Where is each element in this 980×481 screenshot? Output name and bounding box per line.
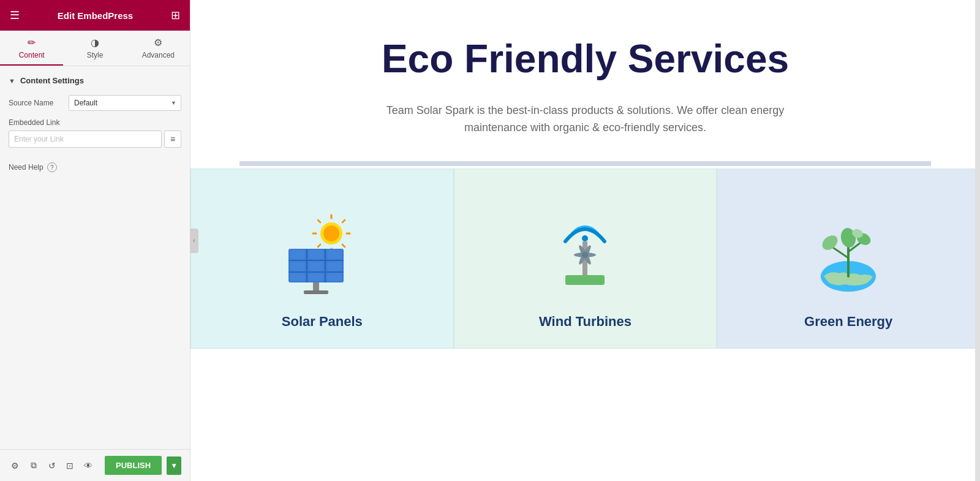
- svg-rect-18: [290, 262, 305, 271]
- preview-title: Eco Friendly Services: [239, 37, 931, 82]
- preview-divider: [239, 161, 931, 166]
- tab-content[interactable]: ✏ Content: [0, 31, 63, 66]
- svg-rect-20: [327, 262, 342, 271]
- style-tab-label: Style: [87, 51, 104, 59]
- panel-title: Edit EmbedPress: [58, 10, 133, 21]
- link-input-row: ≡: [9, 131, 181, 148]
- embedded-link-section: Embedded Link ≡: [0, 116, 190, 153]
- panel-header: ☰ Edit EmbedPress ⊞: [0, 0, 190, 31]
- wind-turbines-title: Wind Turbines: [539, 314, 631, 330]
- wind-turbine-illustration: [536, 206, 634, 304]
- source-name-field-row: Source Name Default Custom: [0, 93, 190, 116]
- right-panel: Eco Friendly Services Team Solar Spark i…: [190, 0, 980, 481]
- svg-point-26: [582, 235, 588, 241]
- embedded-link-input[interactable]: [9, 131, 162, 148]
- cards-grid: Solar Panels: [190, 169, 980, 349]
- svg-line-7: [342, 244, 345, 247]
- svg-rect-17: [327, 250, 342, 259]
- panel-content: ▼ Content Settings Source Name Default C…: [0, 66, 190, 449]
- link-menu-button[interactable]: ≡: [164, 131, 181, 148]
- collapse-handle[interactable]: ‹: [190, 229, 198, 253]
- publish-dropdown-button[interactable]: ▼: [167, 456, 181, 475]
- tab-advanced[interactable]: ⚙ Advanced: [127, 31, 190, 66]
- svg-line-36: [833, 248, 848, 258]
- content-settings-section[interactable]: ▼ Content Settings: [0, 66, 190, 93]
- card-wind-turbines: Wind Turbines: [454, 169, 717, 349]
- wind-turbine-svg: [542, 212, 628, 298]
- svg-line-6: [318, 220, 320, 222]
- svg-rect-23: [327, 273, 342, 281]
- preview-content: Eco Friendly Services Team Solar Spark i…: [190, 0, 980, 373]
- hamburger-icon[interactable]: ☰: [10, 9, 20, 22]
- layout-icon[interactable]: ⊡: [63, 457, 77, 474]
- help-circle-icon: ?: [47, 162, 57, 172]
- card-solar-panels: Solar Panels: [190, 169, 454, 349]
- svg-rect-16: [309, 250, 323, 259]
- svg-rect-22: [309, 273, 323, 281]
- need-help-label: Need Help: [9, 163, 43, 172]
- right-resize-handle[interactable]: [975, 0, 980, 481]
- green-energy-title: Green Energy: [804, 314, 892, 330]
- source-name-label: Source Name: [9, 99, 64, 107]
- source-name-select-wrapper: Default Custom: [69, 95, 181, 111]
- solar-panel-illustration: [273, 206, 371, 304]
- svg-point-1: [323, 225, 339, 241]
- solar-panels-title: Solar Panels: [282, 314, 363, 330]
- svg-rect-25: [304, 290, 328, 294]
- grid-icon[interactable]: ⊞: [171, 9, 180, 22]
- eye-icon[interactable]: 👁: [81, 457, 95, 474]
- svg-rect-15: [290, 250, 305, 259]
- panel-footer: ⚙ ⧉ ↺ ⊡ 👁 PUBLISH ▼: [0, 449, 190, 481]
- advanced-tab-icon: ⚙: [154, 37, 162, 48]
- svg-line-8: [342, 220, 345, 222]
- green-energy-svg: [805, 212, 891, 298]
- layers-icon[interactable]: ⧉: [27, 457, 40, 474]
- embedded-link-label: Embedded Link: [9, 118, 181, 127]
- source-name-select[interactable]: Default Custom: [69, 95, 181, 111]
- history-icon[interactable]: ↺: [45, 457, 59, 474]
- svg-rect-19: [309, 262, 323, 271]
- svg-rect-28: [565, 275, 605, 285]
- style-tab-icon: ◑: [91, 37, 99, 48]
- section-title: Content Settings: [20, 76, 84, 85]
- card-green-energy: Green Energy: [717, 169, 980, 349]
- preview-subtitle: Team Solar Spark is the best-in-class pr…: [371, 102, 800, 137]
- left-panel: ☰ Edit EmbedPress ⊞ ✏ Content ◑ Style ⚙ …: [0, 0, 190, 481]
- svg-rect-24: [313, 282, 319, 292]
- publish-button[interactable]: PUBLISH: [105, 456, 162, 475]
- content-tab-icon: ✏: [28, 37, 36, 48]
- svg-rect-21: [290, 273, 305, 281]
- svg-line-9: [318, 244, 320, 247]
- content-tab-label: Content: [19, 51, 45, 59]
- svg-point-32: [582, 252, 588, 258]
- tab-bar: ✏ Content ◑ Style ⚙ Advanced: [0, 31, 190, 66]
- green-energy-illustration: [799, 206, 897, 304]
- tab-style[interactable]: ◑ Style: [63, 31, 126, 66]
- need-help-link[interactable]: Need Help ?: [0, 153, 190, 182]
- advanced-tab-label: Advanced: [142, 51, 175, 59]
- settings-icon[interactable]: ⚙: [9, 457, 22, 474]
- solar-panel-svg: [279, 212, 365, 298]
- chevron-down-icon: ▼: [9, 77, 15, 85]
